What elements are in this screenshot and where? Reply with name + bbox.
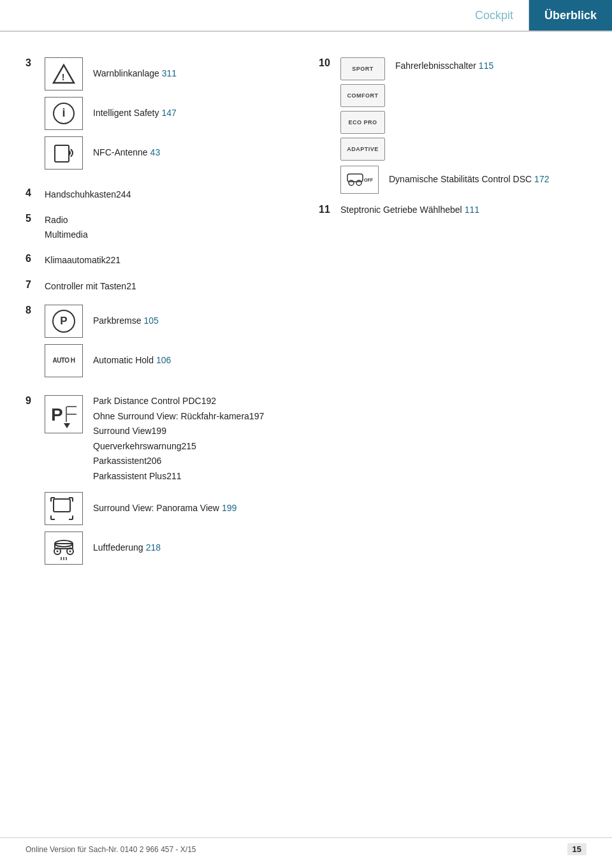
section-11-row: 11 Steptronic Getriebe Wählhebel111	[319, 204, 586, 217]
svg-point-27	[349, 180, 354, 185]
section-8: 8 P Parkbremse105 AUTO H	[26, 305, 293, 384]
section-5-number: 5	[26, 213, 45, 224]
page-footer: Online Version für Sach-Nr. 0140 2 966 4…	[0, 837, 612, 855]
warnblinkanlage-text: Warnblinkanlage311	[93, 68, 177, 80]
section-9: 9 P	[26, 395, 293, 571]
handschuhkasten-text: Handschuhkasten244	[45, 187, 131, 201]
info-circle-icon: i	[45, 97, 83, 130]
intelligent-safety-text: Intelligent Safety147	[93, 107, 177, 120]
pdc-sublist: Park Distance Control PDC192 Ohne Surrou…	[93, 395, 293, 486]
item-automatic-hold: AUTO H Automatic Hold106	[45, 344, 293, 377]
item-parkbremse: P Parkbremse105	[45, 305, 293, 338]
uberblick-tab[interactable]: Überblick	[529, 0, 612, 31]
svg-text:P: P	[51, 405, 63, 424]
section-10-row: 10 SPORT COMFORT ECO PRO ADAPTIVE Fahrer…	[319, 57, 586, 161]
page-header: Cockpit Überblick	[0, 0, 612, 32]
svg-text:OFF: OFF	[364, 178, 373, 182]
section-6-number: 6	[26, 253, 45, 264]
luftfederung-text: Luftfederung218	[93, 542, 161, 554]
parkbremse-text: Parkbremse105	[93, 315, 159, 328]
item-warnblinkanlage: ! Warnblinkanlage311	[45, 57, 293, 90]
panorama-text: Surround View: Panorama View199	[93, 502, 237, 515]
svg-point-22	[69, 550, 71, 552]
svg-point-28	[356, 180, 361, 185]
section-4: 4 Handschuhkasten244	[26, 187, 293, 201]
section-4-number: 4	[26, 187, 45, 199]
section-11: 11 Steptronic Getriebe Wählhebel111	[319, 204, 586, 217]
fahrerlebnis-buttons: SPORT COMFORT ECO PRO ADAPTIVE	[340, 57, 385, 161]
svg-rect-2	[55, 145, 69, 162]
pdc-item-2: Ohne Surround View: Rückfahr-kamera197	[93, 410, 293, 423]
section-7: 7 Controller mit Tasten21	[26, 279, 293, 293]
svg-point-21	[57, 550, 59, 552]
steptronic-text: Steptronic Getriebe Wählhebel111	[340, 204, 479, 217]
main-content: 3 ! Warnblinkanlage311	[0, 32, 612, 621]
pdc-item-5: Parkassistent206	[93, 455, 293, 468]
section-3-content: ! Warnblinkanlage311 i Intellig	[45, 57, 293, 176]
comfort-button: COMFORT	[340, 84, 385, 107]
item-intelligent-safety: i Intelligent Safety147	[45, 97, 293, 130]
item-luftfederung: Luftfederung218	[45, 532, 293, 565]
pdc-item-4: Querverkehrswarnung215	[93, 440, 293, 453]
section-3-number: 3	[26, 57, 45, 69]
right-column: 10 SPORT COMFORT ECO PRO ADAPTIVE Fahrer…	[312, 57, 586, 582]
item-pdc: P Park Distance Control PD	[45, 395, 293, 486]
pdc-icon: P	[45, 395, 83, 433]
footer-text: Online Version für Sach-Nr. 0140 2 966 4…	[26, 845, 196, 854]
left-column: 3 ! Warnblinkanlage311	[26, 57, 312, 582]
section-8-content: P Parkbremse105 AUTO H Automatic Hold106	[45, 305, 293, 384]
section-5: 5 Radio Multimedia	[26, 213, 293, 242]
section-9-number: 9	[26, 395, 45, 407]
nfc-antenne-text: NFC-Antenne43	[93, 147, 160, 159]
ecopro-button: ECO PRO	[340, 111, 385, 134]
svg-rect-8	[54, 499, 70, 512]
controller-text: Controller mit Tasten21	[45, 279, 136, 293]
klimaautomatik-text: Klimaautomatik221	[45, 253, 120, 267]
parkbremse-icon: P	[45, 305, 83, 338]
luftfederung-icon	[45, 532, 83, 565]
section-10-number: 10	[319, 57, 340, 69]
automatic-hold-text: Automatic Hold106	[93, 354, 171, 367]
cockpit-tab[interactable]: Cockpit	[460, 0, 529, 31]
dsc-icon: OFF	[340, 166, 379, 194]
item-nfc-antenne: NFC-Antenne43	[45, 136, 293, 170]
section-10: 10 SPORT COMFORT ECO PRO ADAPTIVE Fahrer…	[319, 57, 586, 194]
item-panorama: Surround View: Panorama View199	[45, 492, 293, 525]
pdc-item-6: Parkassistent Plus211	[93, 470, 293, 483]
radio-multimedia-text: Radio Multimedia	[45, 213, 88, 242]
fahrerlebnisschalter-text: Fahrerlebnisschalter115	[395, 61, 493, 71]
adaptive-button: ADAPTIVE	[340, 138, 385, 161]
dsc-row: OFF Dynamische Stabilitäts Control DSC17…	[340, 166, 586, 194]
pdc-item-1: Park Distance Control PDC192	[93, 395, 293, 408]
svg-text:!: !	[62, 72, 65, 82]
warning-triangle-icon: !	[45, 57, 83, 90]
footer-page-number: 15	[567, 843, 586, 855]
section-3: 3 ! Warnblinkanlage311	[26, 57, 293, 176]
fahrerlebnis-text: Fahrerlebnisschalter115	[395, 57, 586, 73]
pdc-item-3: Surround View199	[93, 425, 293, 438]
section-6: 6 Klimaautomatik221	[26, 253, 293, 267]
nfc-icon	[45, 136, 83, 170]
section-11-number: 11	[319, 204, 340, 215]
autoh-icon: AUTO H	[45, 344, 83, 377]
section-9-content: P Park Distance Control PD	[45, 395, 293, 571]
panorama-icon	[45, 492, 83, 525]
sport-button: SPORT	[340, 57, 385, 80]
section-8-number: 8	[26, 305, 45, 316]
section-7-number: 7	[26, 279, 45, 291]
svg-marker-7	[64, 423, 70, 428]
dsc-text: Dynamische Stabilitäts Control DSC172	[389, 173, 549, 186]
